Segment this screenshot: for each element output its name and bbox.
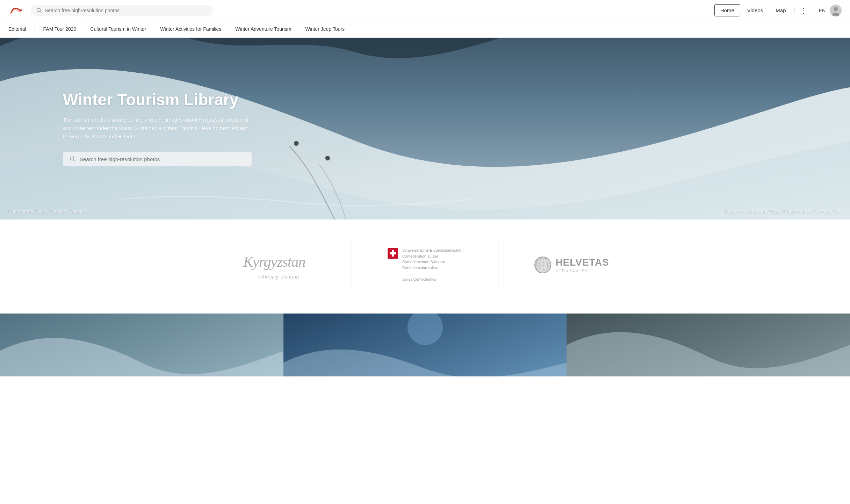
- swiss-cross-icon: [388, 248, 398, 259]
- nav-videos-button[interactable]: Videos: [742, 5, 769, 16]
- svg-line-10: [74, 160, 75, 161]
- thumbnails-section: [0, 314, 850, 376]
- kyrgyzstan-logo: Kyrgyzstan Infinitely Unique!: [240, 250, 317, 280]
- helvetas-subtitle: KYRGYZSTAN: [555, 268, 609, 272]
- photo-credit: Photo of the Day by Stanislas Stepanov: [8, 209, 88, 214]
- svg-point-14: [536, 262, 551, 269]
- svg-point-4: [834, 7, 838, 11]
- kyrgyzstan-logo-card: Kyrgyzstan Infinitely Unique!: [205, 243, 352, 287]
- helvetas-logo: HELVETAS KYRGYZSTAN: [534, 257, 609, 273]
- swiss-confederation-logo-card: Schweizerische Eidgenossenschaft Confédé…: [352, 240, 498, 289]
- header-search-bar[interactable]: [31, 5, 212, 16]
- helvetas-text: HELVETAS KYRGYZSTAN: [555, 258, 609, 272]
- hero-footer: Photo of the Day by Stanislas Stepanov R…: [0, 203, 850, 219]
- svg-text:Kyrgyzstan: Kyrgyzstan: [243, 254, 305, 270]
- hero-search-bar[interactable]: [63, 152, 252, 166]
- swiss-confederation-logo: Schweizerische Eidgenossenschaft Confédé…: [388, 247, 462, 282]
- svg-line-2: [40, 11, 42, 13]
- nav-home-button[interactable]: Home: [714, 4, 740, 16]
- nav-bar-item-cultural-tourism[interactable]: Cultural Tourism in Winter: [83, 21, 153, 37]
- nav-separator: [794, 7, 795, 14]
- more-options-button[interactable]: ⋮: [798, 4, 810, 17]
- hero-search-input[interactable]: [80, 156, 245, 162]
- header-search-input[interactable]: [45, 8, 207, 13]
- thumbnail-3[interactable]: [567, 314, 850, 376]
- nav-bar-item-winter-jeep[interactable]: Winter Jeep Tours: [298, 21, 352, 37]
- hero-description: The tourism media's source of freely-usa…: [63, 116, 252, 141]
- helvetas-logo-card: HELVETAS KYRGYZSTAN: [498, 244, 645, 286]
- nav-bar-item-editorial[interactable]: Editorial: [8, 21, 33, 37]
- svg-point-12: [536, 258, 551, 273]
- terms-link[interactable]: Read more about the Winter Tourism Libra…: [725, 209, 842, 214]
- header: Home Videos Map ⋮ EN: [0, 0, 850, 21]
- header-nav: Home Videos Map ⋮ EN: [714, 4, 842, 17]
- nav-map-button[interactable]: Map: [770, 5, 791, 16]
- search-icon: [36, 8, 42, 13]
- nav-separator-2: [813, 7, 813, 14]
- nav-bar-divider-1: [35, 25, 35, 34]
- helvetas-globe-icon: [534, 257, 551, 273]
- kyrgyzstan-tagline: Infinitely Unique!: [257, 275, 300, 280]
- hero-search-icon: [70, 156, 75, 162]
- thumbnail-2[interactable]: [283, 314, 567, 376]
- category-nav-bar: Editorial FAM Tour 2020 Cultural Tourism…: [0, 21, 850, 38]
- site-logo[interactable]: [8, 3, 24, 18]
- hero-section: Winter Tourism Library The tourism media…: [0, 38, 850, 219]
- nav-bar-item-fam-tour[interactable]: FAM Tour 2020: [36, 21, 84, 37]
- swiss-confederation-text: Schweizerische Eidgenossenschaft Confédé…: [402, 247, 462, 282]
- logos-section: Kyrgyzstan Infinitely Unique! Schweizeri…: [0, 219, 850, 310]
- thumbnail-1[interactable]: [0, 314, 283, 376]
- language-button[interactable]: EN: [816, 5, 828, 16]
- kyrgyzstan-logo-text: Kyrgyzstan: [240, 250, 317, 274]
- svg-point-13: [539, 258, 548, 273]
- hero-content: Winter Tourism Library The tourism media…: [0, 91, 315, 166]
- nav-bar-item-winter-adventure[interactable]: Winter Adventure Tourism: [228, 21, 298, 37]
- hero-title: Winter Tourism Library: [63, 91, 252, 109]
- svg-point-8: [325, 156, 330, 161]
- user-avatar[interactable]: [830, 5, 842, 16]
- nav-bar-item-winter-activities[interactable]: Winter Activities for Families: [153, 21, 228, 37]
- helvetas-name: HELVETAS: [555, 258, 609, 267]
